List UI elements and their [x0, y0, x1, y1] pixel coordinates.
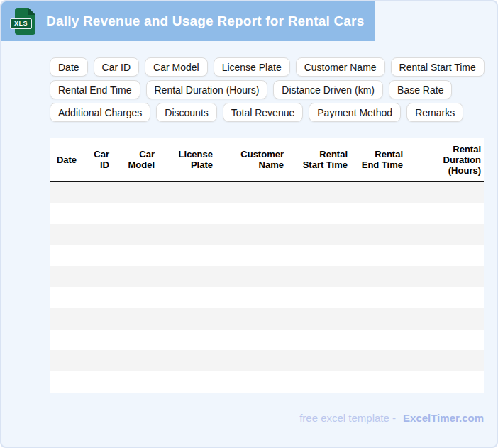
table-cell: [50, 245, 84, 266]
table-cell: [50, 224, 84, 245]
table-cell: [218, 245, 289, 266]
chip-customer-name[interactable]: Customer Name: [296, 57, 385, 77]
chip-remarks[interactable]: Remarks: [406, 103, 463, 122]
table-cell: [353, 350, 409, 371]
chip-date[interactable]: Date: [50, 57, 88, 77]
table-cell: [409, 266, 484, 287]
chip-license-plate[interactable]: License Plate: [214, 57, 290, 77]
column-header-rental-end-time: Rental End Time: [353, 138, 409, 181]
brand-link[interactable]: ExcelTimer.com: [403, 412, 484, 424]
table-cell: [115, 308, 160, 330]
table-cell: [115, 245, 160, 266]
chip-row-3: Additional Charges Discounts Total Reven…: [50, 103, 488, 122]
table-cell: [84, 308, 115, 330]
table-cell: [115, 371, 160, 393]
table-cell: [218, 181, 289, 203]
chip-rental-start-time[interactable]: Rental Start Time: [391, 57, 485, 77]
table-cell: [160, 245, 218, 266]
spreadsheet-preview: Date Car ID Car Model License Plate Cust…: [50, 138, 484, 393]
table-cell: [353, 308, 409, 330]
table-cell: [353, 224, 409, 245]
table-cell: [289, 308, 353, 330]
table-cell: [84, 181, 115, 203]
table-cell: [218, 308, 289, 330]
table-cell: [115, 330, 160, 351]
table-cell: [84, 203, 115, 224]
chip-row-1: Date Car ID Car Model License Plate Cust…: [50, 57, 488, 77]
table-cell: [409, 181, 484, 203]
table-cell: [160, 181, 218, 203]
table-cell: [84, 266, 115, 287]
column-header-customer-name: Customer Name: [218, 138, 289, 181]
chip-row-2: Rental End Time Rental Duration (Hours) …: [50, 80, 488, 99]
table-cell: [115, 203, 160, 224]
table-cell: [50, 371, 84, 393]
table-row: [50, 224, 484, 245]
table-row: [50, 266, 484, 287]
chip-car-id[interactable]: Car ID: [94, 57, 139, 77]
xls-file-icon: XLS: [15, 8, 35, 35]
column-header-car-id: Car ID: [84, 138, 115, 181]
chip-distance-driven[interactable]: Distance Driven (km): [273, 80, 383, 99]
table-cell: [409, 308, 484, 330]
table-cell: [409, 245, 484, 266]
table-cell: [289, 330, 353, 351]
chip-car-model[interactable]: Car Model: [145, 57, 208, 77]
table-cell: [50, 181, 84, 203]
table-cell: [84, 350, 115, 371]
table-cell: [353, 181, 409, 203]
table-cell: [50, 330, 84, 351]
table-cell: [218, 330, 289, 351]
table-cell: [160, 330, 218, 351]
footer-text: free excel template -: [299, 412, 396, 424]
table-cell: [409, 371, 484, 393]
table-cell: [160, 350, 218, 371]
footer: free excel template -ExcelTimer.com: [50, 412, 484, 424]
table-cell: [409, 350, 484, 371]
table-row: [50, 371, 484, 393]
template-preview-card: XLS Daily Revenue and Usage Report for R…: [0, 0, 498, 448]
table-row: [50, 350, 484, 371]
chip-additional-charges[interactable]: Additional Charges: [50, 103, 150, 122]
folded-corner: [28, 8, 35, 15]
column-header-rental-start-time: Rental Start Time: [289, 138, 353, 181]
table-cell: [218, 371, 289, 393]
table-cell: [289, 350, 353, 371]
table-cell: [409, 224, 484, 245]
chip-base-rate[interactable]: Base Rate: [389, 80, 452, 99]
table-cell: [115, 266, 160, 287]
table-cell: [353, 330, 409, 351]
table-cell: [50, 203, 84, 224]
table-cell: [353, 203, 409, 224]
table-cell: [50, 350, 84, 371]
table-cell: [218, 350, 289, 371]
table-cell: [289, 224, 353, 245]
table-cell: [50, 308, 84, 330]
chip-rental-duration[interactable]: Rental Duration (Hours): [146, 80, 268, 99]
table-cell: [353, 266, 409, 287]
table-cell: [50, 287, 84, 308]
table-cell: [115, 181, 160, 203]
column-header-date: Date: [50, 138, 84, 181]
chip-total-revenue[interactable]: Total Revenue: [223, 103, 304, 122]
xls-label: XLS: [10, 18, 32, 29]
page-title: Daily Revenue and Usage Report for Renta…: [46, 13, 364, 29]
field-chip-list: Date Car ID Car Model License Plate Cust…: [50, 57, 488, 125]
column-header-license-plate: License Plate: [160, 138, 218, 181]
table-row: [50, 308, 484, 330]
table-cell: [160, 371, 218, 393]
chip-discounts[interactable]: Discounts: [156, 103, 216, 122]
column-header-rental-duration: Rental Duration (Hours): [409, 138, 484, 181]
table-cell: [289, 203, 353, 224]
header-banner: XLS Daily Revenue and Usage Report for R…: [1, 1, 375, 41]
table-cell: [289, 245, 353, 266]
table-cell: [353, 371, 409, 393]
table-cell: [84, 371, 115, 393]
table-cell: [50, 266, 84, 287]
table-cell: [289, 287, 353, 308]
table-cell: [353, 245, 409, 266]
chip-payment-method[interactable]: Payment Method: [309, 103, 401, 122]
table-cell: [353, 287, 409, 308]
report-table: Date Car ID Car Model License Plate Cust…: [50, 138, 484, 393]
chip-rental-end-time[interactable]: Rental End Time: [50, 80, 140, 99]
